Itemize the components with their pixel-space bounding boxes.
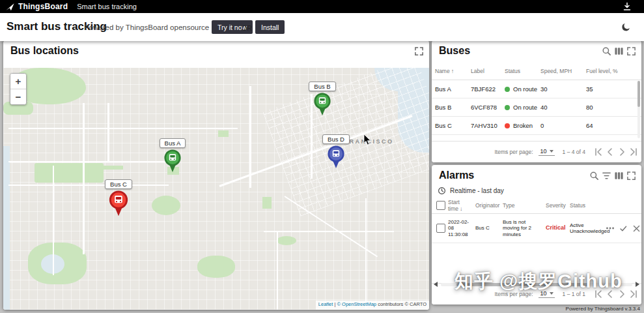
buses-scrollbar[interactable]	[637, 81, 640, 138]
map-zoom-control: + −	[10, 73, 27, 105]
column-header-type[interactable]: Type	[503, 202, 546, 209]
map-marker-bus-a[interactable]: Bus A	[153, 136, 192, 173]
items-per-page-label: Items per page:	[494, 291, 533, 297]
cell-status: On route	[505, 85, 540, 93]
columns-icon[interactable]	[614, 46, 624, 56]
bus-pin-icon[interactable]	[313, 93, 331, 116]
column-header-status[interactable]: Status	[505, 68, 540, 74]
column-header-originator[interactable]: Originator	[475, 202, 503, 209]
alarms-card: Alarms Realtime - last day Start time Or…	[432, 165, 641, 305]
scrollbar-thumb[interactable]	[637, 81, 640, 107]
bus-pin-icon[interactable]	[163, 149, 182, 173]
osm-link[interactable]: © OpenStreetMap	[337, 301, 376, 307]
cell-originator: Bus C	[475, 225, 503, 231]
zoom-out-button[interactable]: −	[10, 89, 26, 104]
chevron-down-icon	[550, 292, 553, 295]
map-park-shape	[35, 163, 104, 183]
powered-by-footer: Powered by Thingsboard v.3.3.4	[566, 306, 640, 312]
map-road	[53, 166, 54, 275]
last-page-button[interactable]	[628, 289, 639, 299]
map-road	[249, 86, 251, 188]
buses-card: Buses Name Label Status Speed, MPH Fuel …	[432, 40, 641, 162]
alarms-horizontal-scrollbar[interactable]	[441, 283, 632, 286]
map-marker-bus-d[interactable]: Bus D	[316, 132, 356, 169]
column-header-severity[interactable]: Severity	[546, 202, 570, 209]
cell-status: On route	[505, 104, 540, 111]
select-all-checkbox[interactable]	[436, 201, 445, 210]
alarms-card-title: Alarms	[439, 170, 474, 181]
column-header-name[interactable]: Name	[435, 68, 471, 74]
filter-icon[interactable]	[602, 171, 611, 181]
cell-name: Bus A	[435, 85, 471, 93]
search-icon[interactable]	[602, 46, 611, 56]
cell-speed: 0	[540, 122, 586, 129]
bus-locations-card: Bus locations	[3, 40, 429, 310]
next-page-button[interactable]	[617, 289, 627, 299]
sort-asc-icon	[451, 68, 455, 74]
acknowledge-check-icon[interactable]	[619, 224, 628, 233]
prev-page-button[interactable]	[605, 147, 615, 157]
clear-close-icon[interactable]	[632, 224, 641, 233]
map-canvas[interactable]: SAN FRANCISCO + − Bus A Bus B	[3, 68, 429, 310]
topbar: ThingsBoard Smart bus tracking	[0, 0, 644, 13]
search-icon[interactable]	[589, 171, 599, 181]
zoom-in-button[interactable]: +	[10, 74, 26, 89]
items-per-page-label: Items per page:	[494, 149, 533, 155]
first-page-button[interactable]	[593, 147, 604, 157]
map-park-shape	[218, 130, 229, 137]
status-dot-icon	[505, 123, 510, 128]
fullscreen-icon[interactable]	[414, 46, 424, 56]
or-label: OR	[242, 24, 252, 32]
mouse-cursor-icon	[363, 134, 371, 145]
column-header-status[interactable]: Status	[570, 202, 606, 209]
columns-icon[interactable]	[614, 171, 624, 181]
fullscreen-icon[interactable]	[626, 46, 636, 56]
column-header-start-time[interactable]: Start time	[448, 199, 475, 212]
map-marker-bus-b[interactable]: Bus B	[303, 80, 342, 116]
bus-label-chip: Bus B	[309, 82, 335, 91]
page-header: Smart bus tracking Powered by ThingsBoar…	[0, 13, 644, 41]
brand-name: ThingsBoard	[18, 2, 68, 11]
table-row-bus-c[interactable]: Bus C 7AHV310 Broken 0 64	[432, 117, 641, 135]
more-actions-icon[interactable]	[606, 224, 615, 233]
cell-speed: 30	[540, 85, 586, 93]
map-road	[264, 231, 394, 232]
row-checkbox[interactable]	[436, 224, 445, 233]
attribution-suffix: contributors © CARTO	[376, 301, 427, 307]
scroll-right-arrow[interactable]	[636, 282, 639, 287]
map-road	[8, 161, 170, 162]
scrollbar-thumb[interactable]	[456, 283, 591, 286]
first-page-button[interactable]	[593, 289, 604, 299]
page-size-select[interactable]: 10	[539, 148, 555, 156]
table-row-bus-b[interactable]: Bus B 6VCF878 On route 40 80	[432, 98, 641, 117]
install-button[interactable]: Install	[255, 20, 285, 34]
bus-pin-icon[interactable]	[108, 190, 128, 216]
scroll-left-arrow[interactable]	[434, 282, 438, 287]
column-header-fuel[interactable]: Fuel level, %	[586, 68, 641, 74]
alarm-row[interactable]: 2022-02-08 11:30:08 Bus C Bus is not mov…	[432, 214, 641, 243]
pagination-range: 1 – 4 of 4	[563, 149, 585, 155]
last-page-button[interactable]	[628, 147, 639, 157]
column-header-label[interactable]: Label	[471, 68, 505, 74]
fullscreen-icon[interactable]	[626, 171, 636, 181]
map-marker-bus-c[interactable]: Bus C	[99, 177, 138, 214]
pagination-range: 1 – 1 of 1	[563, 291, 585, 297]
realtime-range[interactable]: Realtime - last day	[432, 183, 641, 198]
map-road	[277, 231, 278, 310]
status-dot-icon	[505, 105, 510, 110]
prev-page-button[interactable]	[605, 289, 615, 299]
next-page-button[interactable]	[617, 147, 627, 157]
leaflet-link[interactable]: Leaflet	[318, 301, 333, 307]
bus-pin-icon[interactable]	[327, 145, 345, 169]
cell-name: Bus B	[435, 104, 471, 111]
sort-desc-icon	[460, 205, 463, 212]
table-row-bus-a[interactable]: Bus A 7BJF622 On route 30 35	[432, 80, 641, 98]
dark-mode-toggle-icon[interactable]	[621, 22, 632, 33]
cell-type: Bus is not moving for 2 minutes	[503, 219, 546, 238]
column-header-speed[interactable]: Speed, MPH	[540, 68, 586, 74]
map-park-shape	[104, 166, 123, 170]
page-size-select[interactable]: 10	[539, 290, 555, 298]
map-park-shape	[152, 196, 180, 215]
realtime-clock-icon	[438, 186, 446, 195]
download-icon[interactable]	[622, 1, 632, 12]
